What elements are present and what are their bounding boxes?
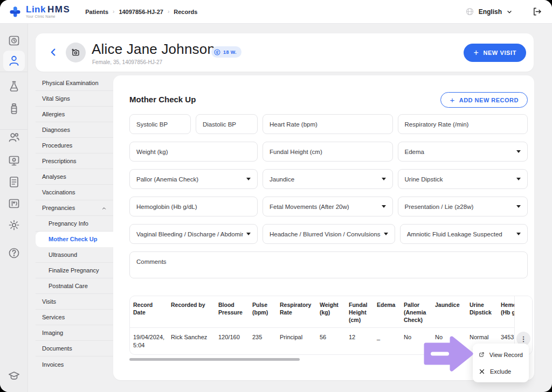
col-urine-dipstick: Urine Dipstick [466,296,498,327]
caret-down-icon [516,150,521,153]
table-row[interactable]: 19/04/2024, 5:04 Rick Sanchez 120/160 23… [130,328,515,354]
cell-jaundice: No [432,328,466,354]
caret-down-icon [516,233,521,235]
menu-item-ultrasound[interactable]: Ultrasound [36,247,113,263]
col-record-date: Record Date [130,296,168,327]
menu-item-analyses[interactable]: Analyses [36,169,113,185]
lab-flask-icon[interactable] [8,80,20,93]
row-context-menu: View Record Exclude [473,344,529,382]
menu-item-finalize-pregnancy[interactable]: Finalize Pregnancy [36,263,113,278]
headache-vision-select[interactable]: Headache / Blurred Vision / Convulsions [263,224,395,244]
help-icon[interactable] [8,247,20,260]
app-logo[interactable]: LinkHMS Your Clinic Name [9,5,70,19]
breadcrumb-patients[interactable]: Patients [85,9,108,15]
vaginal-bleeding-select[interactable]: Vaginal Bleeding / Discharge / Abdominal… [129,224,258,244]
language-selector[interactable]: English [465,7,513,16]
systolic-bp-input[interactable]: Systolic BP [129,114,191,134]
menu-item-postnatal-care[interactable]: Postnatal Care [36,278,113,294]
cell-pulse: 235 [249,328,277,354]
logout-icon[interactable] [532,6,542,17]
menu-item-services[interactable]: Services [36,310,113,325]
menu-item-diagnoses[interactable]: Diagnoses [36,122,113,138]
amniotic-leakage-select[interactable]: Amniotic Fluid Leakage Suspected [400,224,528,244]
back-icon[interactable] [47,46,59,58]
check-up-form: Systolic BP Diastolic BP Heart Rate (bpm… [129,114,528,278]
calendar-icon[interactable] [8,34,20,47]
graduation-cap-icon[interactable] [8,369,20,382]
menu-item-visits[interactable]: Visits [36,294,113,310]
caret-down-icon [382,205,386,208]
menu-item-physical-examination[interactable]: Physical Examination [36,75,113,91]
rail-separator [0,72,27,72]
menu-item-invoices[interactable]: Invoices [36,356,113,372]
presentation-lie-select[interactable]: Presentation / Lie (≥28w) [398,197,528,216]
caret-down-icon [382,178,386,180]
menu-item-pregnancy-info[interactable]: Pregnancy Info [36,216,113,232]
col-jaundice: Jaundice [432,296,466,327]
records-table: Record Date Recorded by Blood Pressure P… [129,296,533,355]
hemoglobin-input[interactable]: Hemoglobin (Hb g/dL) [129,197,258,216]
col-recorded-by: Recorded by [168,296,215,327]
menu-item-pregnancies[interactable]: Pregnancies [36,200,113,216]
col-fundal-height: Fundal Height (cm) [346,296,374,327]
menu-item-prescriptions[interactable]: Prescriptions [36,153,113,169]
menu-item-imaging[interactable]: Imaging [36,325,113,341]
kebab-icon: ⋮ [520,335,527,343]
pallor-select[interactable]: Pallor (Anemia Check) [129,169,258,189]
icon-rail [0,24,28,392]
avatar[interactable] [66,43,86,62]
menu-item-procedures[interactable]: Procedures [36,138,113,153]
col-weight: Weight (kg) [316,296,346,327]
patient-icon[interactable] [8,54,20,67]
col-hemoglobin: Hemoglobin (Hb g/dL) [498,296,515,327]
menu-item-vital-signs[interactable]: Vital Signs [36,91,113,107]
plus-icon: + [450,95,454,104]
stats-board-icon[interactable] [8,197,20,210]
comments-textarea[interactable]: Comments [129,251,528,278]
weight-input[interactable]: Weight (kg) [129,142,258,162]
caret-down-icon [246,233,251,235]
record-sections-menu: Physical Examination Vital Signs Allergi… [36,75,113,372]
table-scroll-area: Record Date Recorded by Blood Pressure P… [130,296,515,354]
caret-down-icon [246,178,251,180]
menu-item-mother-check-up[interactable]: Mother Check Up [36,232,113,247]
cell-respiratory-rate: Principal [277,328,316,354]
cell-fundal-height: 12 [346,328,374,354]
fundal-height-input[interactable]: Fundal Height (cm) [263,142,393,162]
urine-dipstick-select[interactable]: Urine Dipstick [398,169,528,189]
cell-blood-pressure: 120/160 [215,328,249,354]
horizontal-scrollbar-thumb[interactable] [129,358,300,361]
respiratory-rate-input[interactable]: Respiratory Rate (/min) [398,114,528,134]
monitor-icon[interactable] [8,154,20,167]
cell-recorded-by: Rick Sanchez [168,328,215,354]
breadcrumb-patient-id[interactable]: 14097856-HJ-27 [119,9,163,15]
heart-rate-input[interactable]: Heart Rate (bpm) [263,114,393,134]
globe-icon [465,7,474,16]
medicine-bottle-icon[interactable] [8,102,20,115]
gear-icon[interactable] [8,219,20,232]
new-visit-button[interactable]: + NEW VISIT [464,44,526,62]
add-new-record-button[interactable]: + ADD NEW RECORD [440,92,528,108]
add-photo-icon [71,47,81,58]
menu-item-allergies[interactable]: Allergies [36,107,113,122]
breadcrumb-records[interactable]: Records [174,9,197,15]
diastolic-bp-input[interactable]: Diastolic BP [196,114,258,134]
mother-check-up-panel: Mother Check Up + ADD NEW RECORD Systoli… [113,75,534,380]
edema-select[interactable]: Edema [398,142,528,162]
caret-down-icon [516,178,521,180]
fetal-movements-select[interactable]: Fetal Movements (After 20w) [263,197,393,216]
exclude-menu-item[interactable]: Exclude [473,363,529,380]
cell-edema: _ [374,328,401,354]
breadcrumb-separator: › [168,9,169,15]
jaundice-select[interactable]: Jaundice [263,169,393,189]
menu-item-vaccinations[interactable]: Vaccinations [36,185,113,200]
patient-meta: Female, 35, 14097856-HJ-27 [92,59,162,65]
fetus-icon [213,48,221,56]
document-icon[interactable] [8,176,20,188]
users-group-icon[interactable] [8,131,20,144]
rail-separator [0,129,27,130]
caret-down-icon [516,205,521,208]
view-record-menu-item[interactable]: View Record [473,346,529,363]
menu-item-documents[interactable]: Documents [36,341,113,356]
clinic-cross-icon [9,5,22,18]
